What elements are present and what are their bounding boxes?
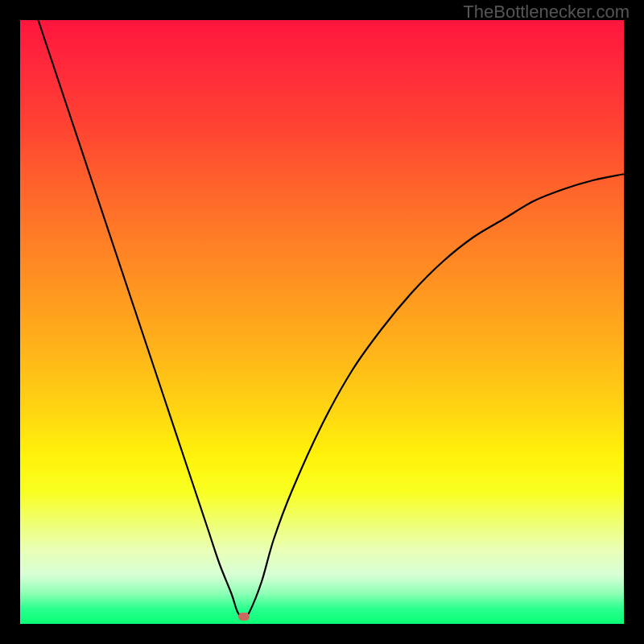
watermark-text: TheBottlenecker.com: [463, 2, 630, 23]
curve-svg: [20, 20, 624, 624]
optimum-marker: [238, 613, 250, 621]
bottleneck-curve: [39, 20, 625, 618]
chart-area: [20, 20, 624, 624]
